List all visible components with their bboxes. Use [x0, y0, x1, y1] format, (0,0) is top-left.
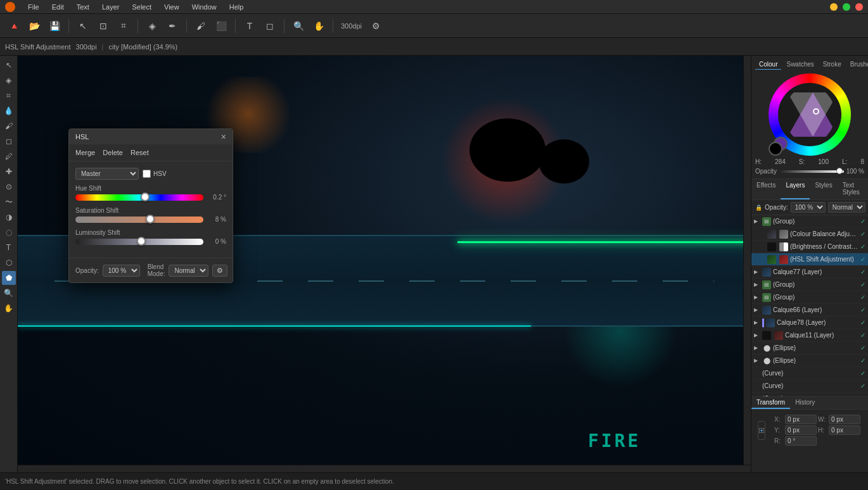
layer-visibility[interactable]: ✓: [860, 281, 865, 288]
layer-visibility[interactable]: ✓: [860, 218, 865, 225]
move-button[interactable]: ↖: [74, 17, 92, 35]
text-tool[interactable]: T: [2, 241, 16, 254]
layer-visibility[interactable]: ✓: [860, 382, 865, 389]
lum-shift-slider[interactable]: [75, 239, 203, 245]
blur-tool[interactable]: ◌: [2, 225, 16, 239]
tab-history[interactable]: History: [790, 397, 820, 409]
layer-visibility[interactable]: ✓: [860, 319, 865, 326]
shape-button[interactable]: ◻: [261, 17, 279, 35]
hsv-checkbox[interactable]: [143, 170, 151, 178]
layer-item[interactable]: ▶ ⬤ (Ellipse) ✓: [751, 342, 868, 355]
layer-item[interactable]: ▶ ▤ (Group) ✓: [751, 215, 868, 228]
open-button[interactable]: 📂: [25, 17, 43, 35]
pen-button[interactable]: ✒: [163, 17, 181, 35]
vector-tool[interactable]: ⬡: [2, 256, 16, 270]
layer-visibility[interactable]: ✓: [860, 294, 865, 301]
layer-item[interactable]: ▶ Calque77 (Layer) ✓: [751, 266, 868, 279]
menu-select[interactable]: Select: [129, 2, 154, 12]
maximize-button[interactable]: [843, 3, 850, 11]
tab-swatches[interactable]: Swatches: [782, 60, 817, 70]
channel-select[interactable]: Master: [75, 168, 139, 180]
expand-icon[interactable]: ▶: [754, 294, 760, 300]
foreground-swatch[interactable]: [769, 142, 782, 156]
expand-icon[interactable]: ▶: [754, 269, 760, 275]
layer-item[interactable]: ▶ Calque78 (Layer) ✓: [751, 317, 868, 329]
menu-edit[interactable]: Edit: [49, 2, 67, 12]
layer-visibility[interactable]: ✓: [860, 243, 865, 250]
text-button[interactable]: T: [241, 17, 258, 35]
node-tool[interactable]: ◈: [2, 73, 16, 87]
tab-transform[interactable]: Transform: [751, 397, 790, 409]
layer-item[interactable]: (Curve) ✓: [751, 367, 868, 380]
hand-tool[interactable]: ✋: [2, 301, 16, 315]
layer-visibility[interactable]: ✓: [860, 357, 865, 364]
expand-icon[interactable]: ▶: [754, 345, 760, 351]
transform-anchor[interactable]: [758, 421, 765, 440]
node-button[interactable]: ◈: [143, 17, 161, 35]
hue-shift-thumb[interactable]: [141, 192, 150, 201]
h-input[interactable]: [829, 425, 860, 435]
layer-item[interactable]: ▶ Calque11 (Layer) ✓: [751, 329, 868, 342]
fill-button[interactable]: ⬛: [212, 17, 230, 35]
heal-tool[interactable]: ✚: [2, 165, 16, 179]
tab-styles[interactable]: Styles: [810, 179, 837, 199]
layer-item[interactable]: ▶ ⬤ (Ellipse) ✓: [751, 355, 868, 367]
menu-view[interactable]: View: [162, 2, 182, 12]
tab-brushes[interactable]: Brushes: [846, 60, 868, 70]
tab-text-styles[interactable]: Text Styles: [838, 179, 868, 199]
w-input[interactable]: [829, 415, 860, 424]
layer-item[interactable]: ▶ Calque66 (Layer) ✓: [751, 304, 868, 317]
tab-colour[interactable]: Colour: [755, 60, 781, 70]
zoom-tool[interactable]: 🔍: [2, 286, 16, 300]
hsl-dialog-titlebar[interactable]: HSL ×: [69, 129, 233, 144]
layer-item[interactable]: (Curve) ✓: [751, 380, 868, 393]
opacity-select[interactable]: 100 %: [103, 265, 140, 277]
hsl-merge-btn[interactable]: Merge: [75, 148, 95, 158]
paint-tool[interactable]: 🖊: [2, 149, 16, 163]
paint-button[interactable]: 🖌: [192, 17, 210, 35]
r-input[interactable]: [785, 436, 817, 446]
tab-effects[interactable]: Effects: [751, 179, 781, 199]
brush-tool[interactable]: 🖌: [2, 119, 16, 133]
eyedropper-tool[interactable]: 💧: [2, 104, 16, 118]
zoom-button[interactable]: 🔍: [290, 17, 307, 35]
layer-visibility[interactable]: ✓: [860, 370, 865, 377]
tab-stroke[interactable]: Stroke: [819, 60, 845, 70]
layer-visibility[interactable]: ✓: [860, 306, 865, 313]
crop-button[interactable]: ⌗: [115, 17, 132, 35]
layer-item[interactable]: (Colour Balance Adjustment) ✓: [751, 228, 868, 241]
hsl-reset-btn[interactable]: Reset: [131, 148, 149, 158]
minimize-button[interactable]: [830, 3, 838, 11]
hue-shift-slider[interactable]: [75, 194, 203, 201]
expand-icon[interactable]: ▶: [754, 307, 760, 313]
select-tool[interactable]: ↖: [2, 58, 16, 72]
opacity-slider[interactable]: [779, 170, 844, 173]
save-button[interactable]: 💾: [46, 17, 63, 35]
color-indicator-dot[interactable]: [813, 108, 819, 115]
hsl-dialog-close[interactable]: ×: [221, 132, 226, 141]
layer-item[interactable]: ▶ ▤ (Group) ✓: [751, 279, 868, 291]
layer-visibility[interactable]: ✓: [860, 268, 865, 275]
close-button[interactable]: [855, 3, 863, 11]
menu-window[interactable]: Window: [189, 2, 219, 12]
expand-icon[interactable]: ▶: [754, 332, 760, 338]
hsl-settings-button[interactable]: ⚙: [212, 265, 227, 277]
expand-icon[interactable]: ▶: [754, 218, 760, 224]
layer-item-hsl[interactable]: (HSL Shift Adjustment) ✓: [751, 253, 868, 266]
layer-visibility[interactable]: ✓: [860, 344, 865, 351]
eraser-tool[interactable]: ◻: [2, 134, 16, 148]
sat-shift-slider[interactable]: [75, 217, 203, 223]
menu-text[interactable]: Text: [74, 2, 92, 12]
layer-visibility[interactable]: ✓: [860, 256, 865, 263]
expand-icon[interactable]: ▶: [754, 358, 760, 363]
smudge-tool[interactable]: 〜: [2, 195, 16, 209]
settings-button[interactable]: ⚙: [367, 17, 385, 35]
canvas-area[interactable]: FIRE HSL × Merge Delete Reset Master: [18, 56, 751, 472]
crop-tool[interactable]: ⌗: [2, 89, 16, 103]
menu-file[interactable]: File: [25, 2, 42, 12]
layers-opacity-select[interactable]: 100 %: [791, 202, 826, 213]
canvas-horizontal-scrollbar[interactable]: [18, 465, 751, 472]
hand-button[interactable]: ✋: [310, 17, 328, 35]
sat-shift-thumb[interactable]: [146, 215, 155, 223]
dodge-tool[interactable]: ◑: [2, 210, 16, 224]
